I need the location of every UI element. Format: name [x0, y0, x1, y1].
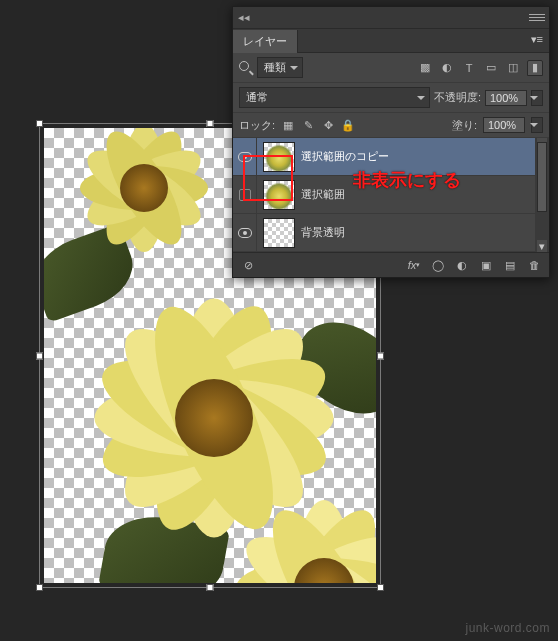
visibility-toggle[interactable]: [233, 138, 257, 175]
transform-handle[interactable]: [377, 352, 384, 359]
layer-item[interactable]: 選択範囲: [233, 176, 549, 214]
tab-menu-icon[interactable]: ▾≡: [525, 29, 549, 52]
scrollbar-thumb[interactable]: [537, 142, 547, 212]
transform-handle[interactable]: [36, 120, 43, 127]
panel-footer: ⊘ fx▾ ◯ ◐ ▣ ▤ 🗑: [233, 252, 549, 277]
fill-spinner[interactable]: [531, 117, 543, 133]
eye-off-icon: [239, 189, 251, 201]
adjustment-filter-icon[interactable]: ◐: [439, 60, 455, 76]
blend-row: 通常 不透明度: 100%: [233, 83, 549, 113]
search-icon: [239, 61, 253, 75]
visibility-toggle[interactable]: [233, 176, 257, 213]
panel-collapse-icon[interactable]: ◂◂: [237, 11, 251, 25]
scroll-down-icon[interactable]: ▾: [537, 240, 547, 252]
opacity-spinner[interactable]: [531, 90, 543, 106]
lock-move-icon[interactable]: ✥: [321, 118, 335, 132]
delete-layer-icon[interactable]: 🗑: [525, 257, 543, 273]
transform-handle[interactable]: [377, 584, 384, 591]
text-filter-icon[interactable]: T: [461, 60, 477, 76]
transform-handle[interactable]: [36, 352, 43, 359]
layer-item[interactable]: 選択範囲のコピー: [233, 138, 549, 176]
shape-filter-icon[interactable]: ▭: [483, 60, 499, 76]
filter-kind-dropdown[interactable]: 種類: [257, 57, 303, 78]
layer-name[interactable]: 選択範囲: [301, 187, 345, 202]
smart-filter-icon[interactable]: ◫: [505, 60, 521, 76]
visibility-toggle[interactable]: [233, 214, 257, 251]
eye-icon: [238, 228, 252, 238]
layer-thumbnail[interactable]: [263, 142, 295, 172]
transform-handle[interactable]: [207, 120, 214, 127]
layer-item[interactable]: 背景透明: [233, 214, 549, 252]
eye-icon: [238, 152, 252, 162]
layer-mask-icon[interactable]: ◯: [429, 257, 447, 273]
filter-row: 種類 ▩ ◐ T ▭ ◫ ▮: [233, 53, 549, 83]
layers-panel: ◂◂ レイヤー ▾≡ 種類 ▩ ◐ T ▭ ◫ ▮ 通常 不透明度: 100% …: [232, 6, 550, 278]
fx-icon[interactable]: fx▾: [405, 257, 423, 273]
tab-layers[interactable]: レイヤー: [233, 30, 298, 53]
layers-scrollbar[interactable]: ▴ ▾: [535, 138, 549, 252]
fill-input[interactable]: 100%: [483, 117, 525, 133]
blend-mode-dropdown[interactable]: 通常: [239, 87, 430, 108]
opacity-label: 不透明度:: [434, 90, 481, 105]
layer-thumbnail[interactable]: [263, 180, 295, 210]
lock-paint-icon[interactable]: ✎: [301, 118, 315, 132]
layer-name[interactable]: 選択範囲のコピー: [301, 149, 389, 164]
group-icon[interactable]: ▣: [477, 257, 495, 273]
image-filter-icon[interactable]: ▩: [417, 60, 433, 76]
panel-tabs: レイヤー ▾≡: [233, 29, 549, 53]
lock-all-icon[interactable]: 🔒: [341, 118, 355, 132]
layer-thumbnail[interactable]: [263, 218, 295, 248]
transform-handle[interactable]: [207, 584, 214, 591]
new-layer-icon[interactable]: ▤: [501, 257, 519, 273]
watermark: junk-word.com: [465, 621, 550, 635]
adjustment-layer-icon[interactable]: ◐: [453, 257, 471, 273]
filter-toggle[interactable]: ▮: [527, 60, 543, 76]
lock-label: ロック:: [239, 118, 275, 133]
fill-label: 塗り:: [452, 118, 477, 133]
transform-handle[interactable]: [36, 584, 43, 591]
panel-header: ◂◂: [233, 7, 549, 29]
panel-menu-icon[interactable]: [529, 14, 545, 21]
lock-row: ロック: ▦ ✎ ✥ 🔒 塗り: 100%: [233, 113, 549, 138]
opacity-input[interactable]: 100%: [485, 90, 527, 106]
layer-name[interactable]: 背景透明: [301, 225, 345, 240]
link-layers-icon[interactable]: ⊘: [239, 257, 257, 273]
layer-list: 選択範囲のコピー選択範囲背景透明 ▴ ▾: [233, 138, 549, 252]
lock-transparency-icon[interactable]: ▦: [281, 118, 295, 132]
